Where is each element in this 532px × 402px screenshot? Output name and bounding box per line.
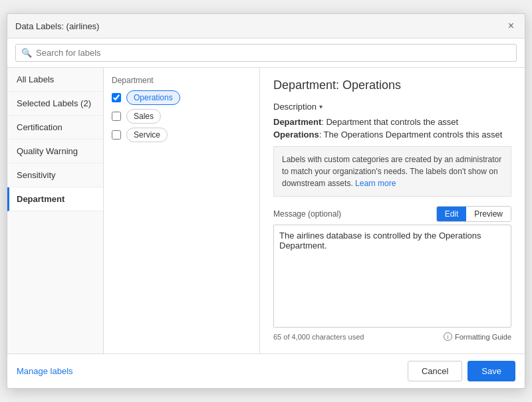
checkbox-operations[interactable] — [112, 93, 121, 102]
label-tag-service: Service — [126, 128, 168, 142]
search-icon: 🔍 — [21, 48, 32, 58]
description-content: Department: Department: Department that … — [273, 117, 511, 140]
formatting-guide[interactable]: i Formatting Guide — [444, 332, 511, 341]
description-dept: Department: Department: Department that … — [273, 117, 511, 127]
search-input[interactable] — [36, 48, 511, 58]
detail-panel: Department: Operations Description ▾ Dep… — [260, 68, 525, 353]
manage-labels-link[interactable]: Manage labels — [17, 366, 73, 376]
dialog-body: All Labels Selected Labels (2) Certifica… — [7, 68, 525, 353]
dialog: Data Labels: (airlines) × 🔍 All Labels S… — [7, 13, 525, 389]
description-ops: Operations: The Operations Department co… — [273, 130, 511, 140]
search-input-wrap: 🔍 — [15, 44, 517, 62]
label-tag-sales: Sales — [126, 109, 161, 124]
info-circle-icon: i — [444, 332, 452, 341]
search-bar: 🔍 — [7, 39, 525, 68]
label-option-service[interactable]: Service — [112, 128, 251, 142]
dialog-title: Data Labels: (airlines) — [15, 21, 99, 31]
sidebar: All Labels Selected Labels (2) Certifica… — [7, 68, 104, 353]
description-toggle-label: Description — [273, 102, 317, 112]
label-option-sales[interactable]: Sales — [112, 109, 251, 124]
message-section: Message (optional) Edit Preview The airl… — [273, 206, 511, 341]
message-label: Message (optional) — [273, 209, 341, 219]
label-option-operations[interactable]: Operations — [112, 90, 251, 105]
sidebar-item-quality-warning[interactable]: Quality Warning — [7, 140, 103, 163]
chevron-down-icon: ▾ — [319, 103, 323, 110]
tab-preview[interactable]: Preview — [466, 207, 511, 221]
sidebar-item-sensitivity[interactable]: Sensitivity — [7, 163, 103, 187]
tab-edit[interactable]: Edit — [437, 207, 467, 221]
message-footer: 65 of 4,000 characters used i Formatting… — [273, 332, 511, 341]
checkbox-sales[interactable] — [112, 112, 121, 121]
edit-preview-tabs: Edit Preview — [436, 206, 511, 222]
checkbox-service[interactable] — [112, 130, 121, 140]
message-textarea[interactable]: The airlines database is controlled by t… — [273, 225, 511, 328]
label-options: Operations Sales Service — [112, 90, 251, 142]
label-tag-operations: Operations — [126, 90, 180, 105]
sidebar-item-selected-labels[interactable]: Selected Labels (2) — [7, 92, 103, 116]
sidebar-item-department[interactable]: Department — [7, 187, 103, 211]
panel-section-title: Department — [112, 76, 251, 85]
dialog-header: Data Labels: (airlines) × — [7, 14, 525, 39]
detail-title: Department: Operations — [273, 78, 511, 92]
description-toggle[interactable]: Description ▾ — [273, 102, 511, 112]
char-count: 65 of 4,000 characters used — [273, 333, 364, 341]
label-list-panel: Department Operations Sales Service — [104, 68, 260, 353]
save-button[interactable]: Save — [467, 361, 515, 381]
cancel-button[interactable]: Cancel — [408, 361, 462, 381]
message-label-row: Message (optional) Edit Preview — [273, 206, 511, 222]
info-box: Labels with custom categories are create… — [273, 146, 511, 197]
sidebar-item-certification[interactable]: Certification — [7, 116, 103, 140]
dialog-footer: Manage labels Cancel Save — [7, 353, 525, 388]
formatting-guide-label: Formatting Guide — [455, 333, 511, 341]
footer-right: Cancel Save — [408, 361, 515, 381]
sidebar-item-all-labels[interactable]: All Labels — [7, 68, 103, 92]
learn-more-link[interactable]: Learn more — [355, 179, 396, 188]
close-button[interactable]: × — [505, 19, 517, 33]
